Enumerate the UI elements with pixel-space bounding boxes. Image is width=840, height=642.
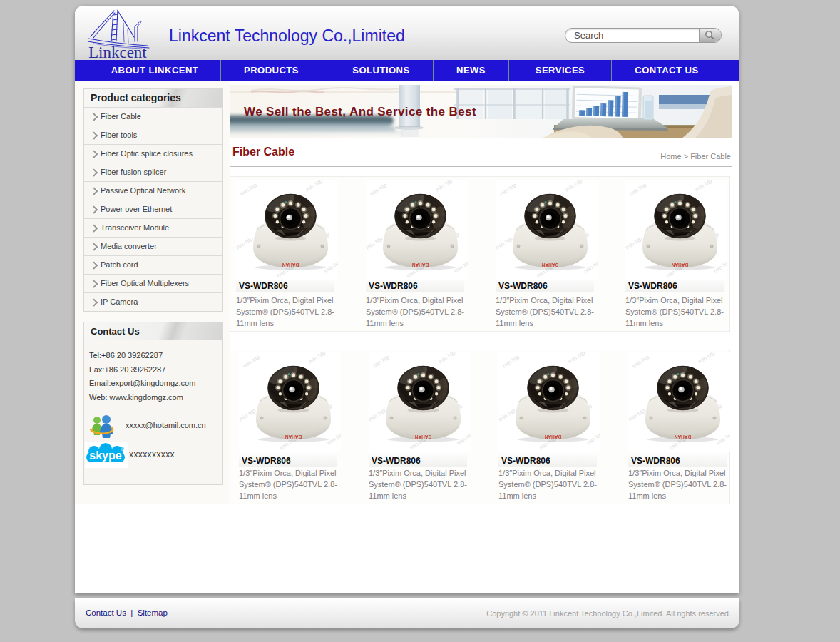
svg-text:®: ® bbox=[121, 447, 124, 452]
svg-text:skype: skype bbox=[89, 449, 121, 462]
svg-text:Linkcent: Linkcent bbox=[88, 44, 147, 60]
svg-text:We Sell the Best, And Service: We Sell the Best, And Service the Best bbox=[244, 105, 476, 118]
